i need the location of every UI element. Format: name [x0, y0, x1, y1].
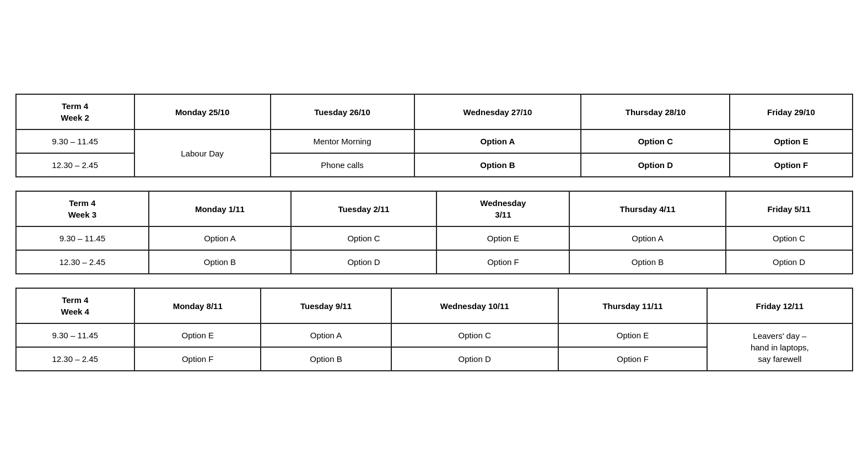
option-cell: Option E [436, 226, 569, 250]
option-cell: Option C [726, 226, 853, 250]
option-e-cell: Option E [730, 129, 852, 153]
option-cell: Option D [291, 250, 437, 274]
option-cell: Option F [558, 347, 707, 371]
table-row: 12.30 – 2.45 Option B Option D Option F … [16, 250, 853, 274]
option-cell: Option C [291, 226, 437, 250]
mentor-morning-cell: Mentor Morning [271, 129, 414, 153]
option-a-cell: Option A [414, 129, 581, 153]
leavers-day-cell: Leavers' day –hand in laptops,say farewe… [707, 323, 852, 371]
option-cell: Option B [261, 347, 391, 371]
phone-calls-cell: Phone calls [271, 153, 414, 177]
time-cell: 12.30 – 2.45 [16, 347, 134, 371]
option-d-cell: Option D [581, 153, 730, 177]
option-c-cell: Option C [581, 129, 730, 153]
header-wed-27: Wednesday 27/10 [414, 94, 581, 129]
option-cell: Option B [149, 250, 290, 274]
option-cell: Option A [569, 226, 725, 250]
header-term-week2: Term 4Week 2 [16, 94, 134, 129]
option-cell: Option C [391, 323, 558, 347]
header-thu-4: Thursday 4/11 [569, 191, 725, 226]
table-week3: Term 4Week 3 Monday 1/11 Tuesday 2/11 We… [15, 191, 853, 274]
table-row: 9.30 – 11.45 Option A Option C Option E … [16, 226, 853, 250]
header-fri-29: Friday 29/10 [730, 94, 852, 129]
time-cell: 12.30 – 2.45 [16, 250, 149, 274]
option-cell: Option F [436, 250, 569, 274]
header-fri-12: Friday 12/11 [707, 288, 852, 323]
time-cell: 12.30 – 2.45 [16, 153, 134, 177]
option-cell: Option B [569, 250, 725, 274]
header-mon-25: Monday 25/10 [134, 94, 271, 129]
option-cell: Option E [134, 323, 261, 347]
time-cell: 9.30 – 11.45 [16, 129, 134, 153]
option-cell: Option A [149, 226, 290, 250]
header-thu-28: Thursday 28/10 [581, 94, 730, 129]
header-thu-11: Thursday 11/11 [558, 288, 707, 323]
header-term-week4: Term 4Week 4 [16, 288, 134, 323]
option-cell: Option A [261, 323, 391, 347]
header-term-week3: Term 4Week 3 [16, 191, 149, 226]
time-cell: 9.30 – 11.45 [16, 323, 134, 347]
table-week4: Term 4Week 4 Monday 8/11 Tuesday 9/11 We… [15, 288, 853, 371]
option-cell: Option D [391, 347, 558, 371]
option-cell: Option D [726, 250, 853, 274]
header-mon-8: Monday 8/11 [134, 288, 261, 323]
table-week2: Term 4Week 2 Monday 25/10 Tuesday 26/10 … [15, 94, 853, 177]
header-tue-9: Tuesday 9/11 [261, 288, 391, 323]
header-fri-5: Friday 5/11 [726, 191, 853, 226]
table-row: 9.30 – 11.45 Labour Day Mentor Morning O… [16, 129, 853, 153]
header-wed-10: Wednesday 10/11 [391, 288, 558, 323]
option-f-cell: Option F [730, 153, 852, 177]
time-cell: 9.30 – 11.45 [16, 226, 149, 250]
header-tue-2: Tuesday 2/11 [291, 191, 437, 226]
option-cell: Option E [558, 323, 707, 347]
labour-day-cell: Labour Day [134, 129, 271, 177]
option-b-cell: Option B [414, 153, 581, 177]
schedule-wrapper: Term 4Week 2 Monday 25/10 Tuesday 26/10 … [15, 94, 853, 371]
table-row: 9.30 – 11.45 Option E Option A Option C … [16, 323, 853, 347]
option-cell: Option F [134, 347, 261, 371]
header-tue-26: Tuesday 26/10 [271, 94, 414, 129]
header-mon-1: Monday 1/11 [149, 191, 290, 226]
header-wed-3: Wednesday3/11 [436, 191, 569, 226]
